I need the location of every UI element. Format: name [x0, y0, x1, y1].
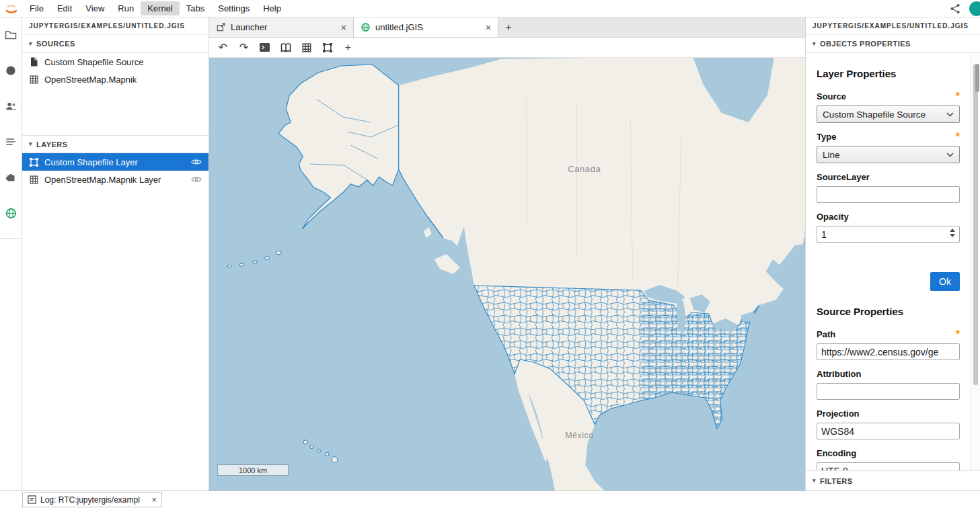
- console-icon: [259, 42, 270, 52]
- objects-properties-header[interactable]: ▾ OBJECTS PROPERTIES: [806, 35, 980, 53]
- ok-button[interactable]: Ok: [930, 272, 960, 291]
- activity-bar: [0, 17, 22, 491]
- required-asterisk: *: [956, 331, 960, 338]
- log-console-icon: [28, 495, 36, 504]
- document-area: Launcher × untitled.jGIS × + ↶ ↷: [209, 17, 805, 491]
- file-icon: [29, 56, 39, 67]
- sidebar-tab-running[interactable]: [2, 62, 20, 79]
- sidebar-tab-collaboration[interactable]: [2, 97, 20, 115]
- path-input[interactable]: [817, 343, 960, 360]
- layers-section-header[interactable]: ▾ LAYERS: [22, 135, 209, 153]
- main-area: JUPYTERGIS/EXAMPLES/UNTITLED.JGIS ▾ SOUR…: [0, 17, 980, 491]
- log-tab-close-button[interactable]: ×: [151, 495, 157, 505]
- menu-file[interactable]: File: [23, 1, 50, 15]
- running-sessions-icon: [5, 65, 17, 77]
- projection-field: Projection: [817, 409, 960, 439]
- source-properties-title: Source Properties: [817, 306, 960, 317]
- source-field: Source * Custom Shapefile Source: [817, 91, 960, 123]
- source-item-osm[interactable]: OpenStreetMap.Mapnik: [22, 71, 209, 88]
- map-scale-bar: 1000 km: [217, 464, 289, 476]
- caret-down-icon: ▾: [29, 141, 32, 147]
- share-button[interactable]: [949, 3, 961, 15]
- filters-section-header[interactable]: ▾ FILTERS: [806, 470, 980, 491]
- list-icon: [5, 136, 17, 148]
- left-sidebar-panel: JUPYTERGIS/EXAMPLES/UNTITLED.JGIS ▾ SOUR…: [22, 17, 209, 491]
- encoding-field: Encoding: [817, 448, 960, 470]
- layer-item-label: OpenStreetMap.Mapnik Layer: [44, 175, 161, 185]
- jupyter-logo: [0, 1, 23, 16]
- caret-down-icon: ▾: [29, 41, 32, 47]
- tab-close-button[interactable]: ×: [484, 23, 492, 32]
- panel-scrollbar[interactable]: [971, 53, 980, 470]
- tab-label: Launcher: [231, 22, 267, 32]
- tab-label: untitled.jGIS: [375, 22, 423, 32]
- vector-layer-button[interactable]: [319, 40, 336, 56]
- grid-icon: [301, 42, 312, 53]
- eye-icon: [191, 175, 202, 184]
- layer-properties-title: Layer Properties: [817, 68, 960, 79]
- menu-help[interactable]: Help: [256, 1, 288, 15]
- sidebar-tab-jupytergis[interactable]: [2, 204, 20, 222]
- layers-header-label: LAYERS: [36, 140, 68, 149]
- opacity-field: Opacity: [817, 212, 960, 243]
- raster-layer-button[interactable]: [298, 40, 315, 56]
- basemap-canvas: Canada México: [209, 58, 805, 491]
- spinner-down-icon: [950, 234, 955, 237]
- launcher-icon: [216, 22, 226, 32]
- menu-tabs[interactable]: Tabs: [180, 1, 211, 15]
- menu-run[interactable]: Run: [111, 1, 141, 15]
- new-tab-button[interactable]: +: [498, 17, 519, 37]
- tab-close-button[interactable]: ×: [340, 23, 348, 32]
- sources-header-label: SOURCES: [36, 40, 75, 48]
- breadcrumb: JUPYTERGIS/EXAMPLES/UNTITLED.JGIS: [806, 17, 980, 35]
- attribution-input[interactable]: [817, 383, 960, 400]
- breadcrumb: JUPYTERGIS/EXAMPLES/UNTITLED.JGIS: [22, 17, 209, 35]
- layer-item-shapefile[interactable]: Custom Shapefile Layer: [22, 153, 209, 171]
- undo-button[interactable]: ↶: [215, 40, 231, 56]
- console-button[interactable]: [256, 40, 273, 56]
- source-item-shapefile[interactable]: Custom Shapefile Source: [22, 53, 209, 71]
- map-label-mexico: México: [565, 431, 594, 440]
- jgis-doc-icon: [361, 22, 371, 32]
- menu-edit[interactable]: Edit: [50, 1, 79, 15]
- map-viewport[interactable]: Canada México 1000 km: [209, 58, 805, 491]
- sidebar-tab-extensions[interactable]: [2, 169, 20, 186]
- encoding-input[interactable]: [817, 462, 960, 470]
- type-select[interactable]: Line: [817, 146, 960, 163]
- menu-view[interactable]: View: [79, 1, 111, 15]
- caret-down-icon: ▾: [813, 478, 816, 484]
- properties-form: Layer Properties Source * Custom Shapefi…: [806, 53, 971, 470]
- user-avatar[interactable]: [969, 1, 980, 16]
- projection-input[interactable]: [817, 423, 960, 439]
- panel-scrollbar-thumb[interactable]: [973, 64, 978, 385]
- map-toolbar: ↶ ↷ +: [209, 38, 805, 58]
- sourcelayer-input[interactable]: [817, 186, 960, 203]
- source-select[interactable]: Custom Shapefile Source: [817, 105, 960, 123]
- layer-visibility-button[interactable]: [191, 157, 202, 167]
- log-console-tab[interactable]: Log: RTC:jupytergis/exampl ×: [22, 492, 162, 507]
- layer-visibility-button[interactable]: [191, 175, 202, 184]
- opacity-spinner[interactable]: [950, 228, 955, 237]
- bottom-panel-bar: Log: RTC:jupytergis/exampl ×: [0, 491, 980, 508]
- menu-kernel[interactable]: Kernel: [141, 1, 180, 15]
- menu-settings[interactable]: Settings: [211, 1, 256, 15]
- log-tab-label: Log: RTC:jupytergis/exampl: [40, 495, 140, 505]
- tab-untitled-jgis[interactable]: untitled.jGIS ×: [354, 17, 498, 37]
- source-item-label: Custom Shapefile Source: [44, 57, 143, 67]
- sidebar-tab-toc[interactable]: [2, 133, 20, 151]
- basemap-gallery-button[interactable]: [277, 40, 294, 56]
- opacity-input[interactable]: [817, 226, 960, 243]
- path-field: Path *: [817, 329, 960, 360]
- redo-button[interactable]: ↷: [235, 40, 252, 56]
- add-layer-button[interactable]: +: [340, 40, 356, 56]
- sidebar-tab-files[interactable]: [2, 26, 20, 44]
- projection-label: Projection: [817, 409, 860, 419]
- map-label-canada: Canada: [568, 164, 601, 174]
- layer-item-osm[interactable]: OpenStreetMap.Mapnik Layer: [22, 171, 209, 188]
- attribution-field: Attribution: [817, 369, 960, 400]
- window-scrollbar-thumb[interactable]: [975, 64, 979, 92]
- sources-section-header[interactable]: ▾ SOURCES: [22, 35, 209, 53]
- tab-launcher[interactable]: Launcher ×: [209, 17, 354, 37]
- map-book-icon: [280, 42, 292, 53]
- attribution-label: Attribution: [817, 369, 861, 379]
